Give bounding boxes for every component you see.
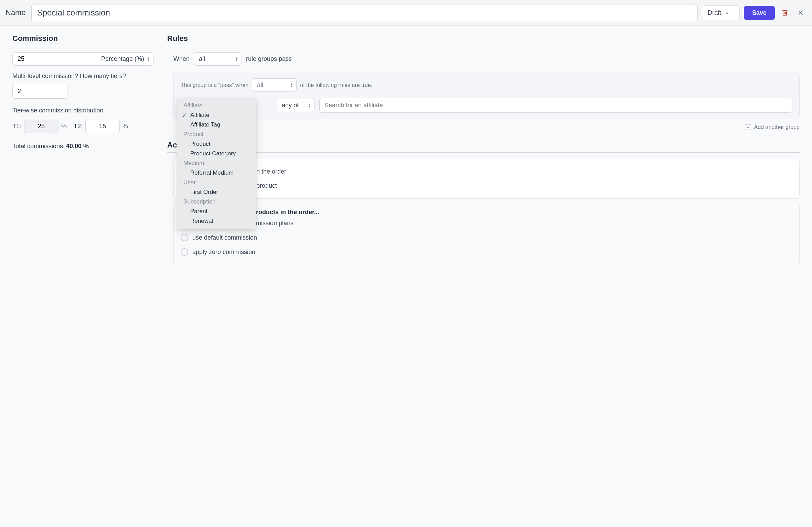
commission-value-input[interactable]: [18, 55, 38, 63]
commission-input-row[interactable]: Percentage (%) ▲▼: [12, 52, 153, 66]
dropdown-item[interactable]: Product Category: [177, 149, 256, 158]
dropdown-group-label: Medium: [177, 158, 256, 168]
close-icon: [797, 9, 804, 17]
action-line-1: n the order: [256, 168, 286, 175]
actions-card-1: n the order product: [173, 159, 800, 199]
dropdown-item[interactable]: First Order: [177, 187, 256, 197]
radio-icon: [181, 234, 188, 241]
action-option[interactable]: apply zero commission: [181, 245, 792, 259]
name-input[interactable]: [31, 4, 698, 21]
rule-attribute-dropdown[interactable]: AffiliateAffiliateAffiliate TagProductPr…: [177, 98, 256, 229]
total-value: 40.00 %: [66, 143, 89, 150]
action-option[interactable]: use default commission: [181, 230, 792, 245]
remaining-products-card: And then, for remaining products in the …: [173, 203, 800, 265]
rules-title: Rules: [167, 34, 800, 46]
commission-title: Commission: [12, 34, 153, 46]
dropdown-item[interactable]: Referral Medium: [177, 168, 256, 178]
t1-label: T1:: [12, 123, 21, 130]
when-scope-value: all: [199, 55, 205, 63]
action-option-label: apply zero commission: [192, 249, 255, 256]
group-scope-select[interactable]: all ▲▼: [252, 78, 297, 92]
dropdown-item[interactable]: Parent: [177, 207, 256, 216]
commission-type-label: Percentage (%): [101, 55, 144, 63]
updown-icon: ▲▼: [308, 103, 311, 108]
total-prefix: Total commissions:: [12, 143, 65, 150]
t1-input[interactable]: [24, 120, 58, 133]
updown-icon: ▲▼: [726, 10, 728, 15]
group-scope-value: all: [257, 81, 263, 89]
updown-icon: ▲▼: [147, 57, 150, 62]
pct-suffix: %: [122, 123, 128, 130]
when-scope-select[interactable]: all ▲▼: [194, 52, 242, 66]
add-group-label: Add another group: [754, 124, 800, 130]
rule-group-card: This group is a "pass" when all ▲▼ of th…: [173, 72, 800, 119]
affiliate-search-input[interactable]: [319, 98, 792, 113]
close-button[interactable]: [795, 7, 806, 19]
action-option-label: use default commission: [192, 234, 257, 241]
remaining-prefix: And then, for remaining products in the …: [181, 209, 792, 216]
group-prefix: This group is a "pass" when: [181, 82, 248, 88]
save-button[interactable]: Save: [744, 6, 775, 20]
action-option[interactable]: continue matching commission plans: [181, 216, 792, 230]
dropdown-group-label: Subscription: [177, 197, 256, 207]
commission-type-select[interactable]: Percentage (%) ▲▼: [101, 55, 150, 63]
dropdown-group-label: Affiliate: [177, 101, 256, 110]
dropdown-group-label: User: [177, 178, 256, 187]
updown-icon: ▲▼: [235, 57, 238, 62]
rule-match-select[interactable]: any of ▲▼: [277, 99, 314, 112]
tiers-question-label: Multi-level commission? How many tiers?: [12, 73, 153, 80]
rule-match-value: any of: [282, 102, 299, 109]
dropdown-item[interactable]: Product: [177, 139, 256, 149]
t2-input[interactable]: [85, 120, 120, 133]
when-prefix: When: [173, 55, 190, 63]
when-suffix: rule groups pass: [246, 55, 292, 63]
action-line-2: product: [256, 182, 277, 189]
status-value: Draft: [708, 9, 721, 17]
add-group-button[interactable]: + Add another group: [167, 124, 800, 130]
dropdown-group-label: Product: [177, 130, 256, 139]
tiers-count-input[interactable]: [12, 84, 67, 99]
plus-icon: +: [745, 124, 751, 130]
delete-button[interactable]: [779, 7, 791, 19]
updown-icon: ▲▼: [290, 83, 293, 88]
dropdown-item[interactable]: Affiliate Tag: [177, 120, 256, 130]
group-suffix: of the following rules are true.: [300, 82, 372, 88]
t2-label: T2:: [74, 123, 83, 130]
distribution-label: Tier-wise commission distribution: [12, 107, 153, 114]
name-label: Name: [6, 8, 26, 17]
dropdown-item[interactable]: Renewal: [177, 216, 256, 226]
trash-icon: [781, 9, 789, 17]
radio-icon: [181, 248, 188, 256]
dropdown-item[interactable]: Affiliate: [177, 110, 256, 120]
status-select[interactable]: Draft ▲▼: [702, 6, 740, 20]
actions-title: Actions: [167, 141, 800, 153]
pct-suffix: %: [61, 123, 67, 130]
